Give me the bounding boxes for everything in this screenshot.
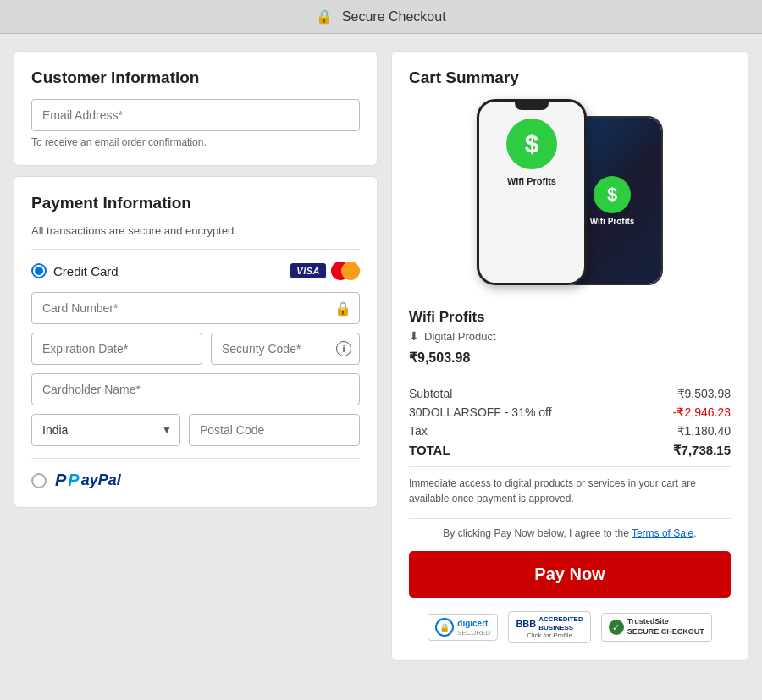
security-wrapper: i (211, 333, 360, 365)
tax-label: Tax (409, 424, 428, 438)
left-panel: Customer Information To receive an email… (14, 51, 378, 661)
discount-value: -₹2,946.23 (673, 405, 731, 419)
bbb-sub: Click for Profile (527, 631, 572, 639)
pay-now-button[interactable]: Pay Now (409, 551, 731, 598)
expiry-field[interactable] (31, 333, 202, 365)
digital-product-row: ⬇ Digital Product (409, 329, 731, 343)
dollar-circle-front: $ (506, 119, 557, 169)
header-title: Secure Checkout (342, 9, 446, 24)
expiry-security-row: i (31, 333, 360, 365)
payment-subtitle: All transactions are secure and encrypte… (31, 224, 360, 237)
payment-section: Payment Information All transactions are… (14, 176, 378, 508)
product-type: Digital Product (424, 330, 496, 343)
subtotal-value: ₹9,503.98 (677, 387, 732, 400)
credit-card-method-row: Credit Card VISA (31, 262, 360, 280)
digicert-icon: 🔒 (435, 618, 454, 637)
product-image-area: $ Wifi Profits $ Wifi Profits (409, 99, 731, 294)
email-hint: To receive an email order confirmation. (31, 136, 360, 148)
credit-card-label: Credit Card (53, 264, 119, 278)
total-label: TOTAL (409, 443, 450, 458)
header: 🔒 Secure Checkout (0, 0, 762, 34)
subtotal-label: Subtotal (409, 387, 452, 400)
card-lock-icon: 🔒 (334, 300, 351, 317)
terms-link[interactable]: Terms of Sale (632, 527, 693, 539)
bbb-text-block: ACCREDITED BUSINESS (538, 615, 583, 631)
discount-label: 30DOLLARSOFF - 31% off (409, 405, 552, 419)
paypal-text: ayPal (81, 471, 121, 489)
payment-divider (31, 249, 360, 250)
customer-section-title: Customer Information (31, 69, 360, 87)
bbb-line2: BUSINESS (538, 624, 583, 632)
trust-badges: 🔒 digicert SECURED BBB ACCREDITED BUSINE… (409, 611, 731, 643)
tax-row: Tax ₹1,180.40 (409, 424, 731, 438)
wifi-profits-label-back: Wifi Profits (590, 217, 635, 226)
phone-front: $ Wifi Profits (477, 99, 587, 285)
card-number-wrapper: 🔒 (31, 292, 360, 324)
payment-section-title: Payment Information (31, 194, 360, 212)
product-price: ₹9,503.98 (409, 350, 731, 366)
right-panel: Cart Summary $ Wifi Profits (391, 51, 748, 661)
digicert-title: digicert (457, 619, 490, 629)
phone-notch (515, 102, 549, 110)
cardholder-name-field[interactable] (31, 373, 360, 405)
trusted-text-block: TrustedSite SECURE CHECKOUT (627, 617, 704, 637)
paypal-p-light-icon: P (68, 471, 79, 490)
cart-divider-terms (409, 518, 731, 519)
phone-mockup: $ Wifi Profits $ Wifi Profits (477, 99, 663, 294)
country-select-wrapper: India United States United Kingdom Canad… (31, 414, 180, 446)
digicert-badge: 🔒 digicert SECURED (428, 614, 498, 641)
dollar-circle-back: $ (594, 176, 631, 213)
paypal-radio[interactable] (31, 473, 47, 488)
cardholder-row (31, 373, 360, 405)
postal-code-field[interactable] (189, 414, 360, 446)
bbb-line1: ACCREDITED (538, 615, 583, 624)
paypal-logo: P P ayPal (55, 471, 121, 490)
card-number-field[interactable] (31, 292, 360, 324)
trusted-line2: SECURE CHECKOUT (627, 627, 704, 637)
email-field[interactable] (31, 99, 360, 131)
paypal-divider (31, 458, 360, 459)
phone-front-screen: $ Wifi Profits (479, 119, 584, 186)
mastercard-badge (331, 262, 360, 280)
country-select[interactable]: India United States United Kingdom Canad… (31, 414, 180, 446)
trusted-line1: TrustedSite (627, 617, 704, 627)
customer-section: Customer Information To receive an email… (14, 51, 378, 166)
subtotal-row: Subtotal ₹9,503.98 (409, 387, 731, 400)
digicert-sub: SECURED (457, 629, 490, 637)
bbb-top: BBB ACCREDITED BUSINESS (516, 615, 583, 631)
tax-value: ₹1,180.40 (677, 424, 732, 438)
trusted-site-badge: ✓ TrustedSite SECURE CHECKOUT (601, 613, 712, 641)
country-postal-row: India United States United Kingdom Canad… (31, 414, 360, 446)
total-row: TOTAL ₹7,738.15 (409, 443, 731, 458)
access-note: Immediate access to digital products or … (409, 476, 731, 506)
credit-card-radio[interactable] (31, 263, 47, 278)
security-info-icon: i (336, 341, 351, 356)
cart-divider-top (409, 378, 731, 378)
wifi-profits-label-front: Wifi Profits (507, 176, 556, 186)
download-icon: ⬇ (409, 329, 419, 343)
dollar-symbol-back: $ (607, 184, 617, 206)
dollar-symbol-front: $ (525, 130, 539, 158)
bbb-logo: BBB (516, 619, 536, 629)
terms-row: By clicking Pay Now below, I agree to th… (409, 527, 731, 539)
paypal-row: P P ayPal (31, 471, 360, 490)
total-value: ₹7,738.15 (673, 443, 731, 458)
mc-circle-right (341, 262, 360, 280)
lock-icon: 🔒 (316, 9, 333, 24)
digicert-text-block: digicert SECURED (457, 619, 490, 637)
terms-text: By clicking Pay Now below, I agree to th… (443, 527, 632, 539)
bbb-badge: BBB ACCREDITED BUSINESS Click for Profil… (508, 611, 590, 643)
cart-title: Cart Summary (409, 69, 731, 87)
visa-badge: VISA (290, 263, 326, 278)
cart-divider-mid (409, 466, 731, 467)
card-icons: VISA (290, 262, 360, 280)
credit-card-left: Credit Card (31, 263, 119, 278)
product-name: Wifi Profits (409, 309, 731, 326)
check-circle-icon: ✓ (609, 620, 624, 635)
discount-row: 30DOLLARSOFF - 31% off -₹2,946.23 (409, 405, 731, 419)
paypal-p-blue-icon: P (55, 471, 66, 490)
